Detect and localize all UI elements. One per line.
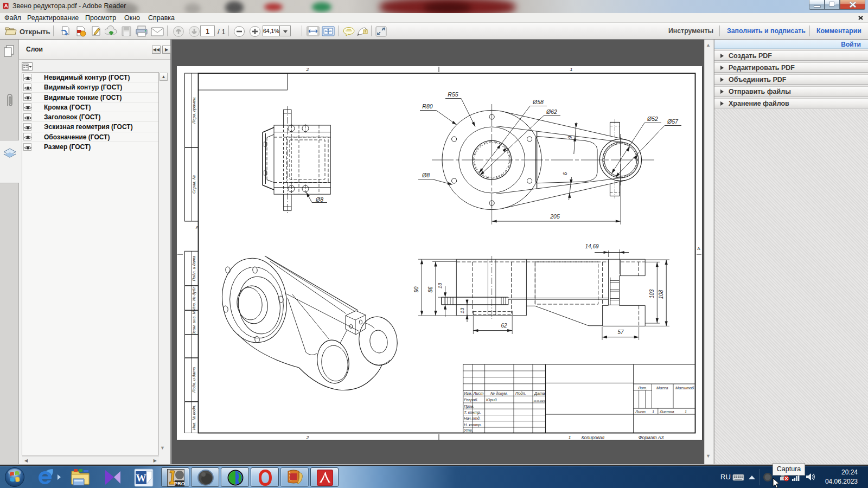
svg-text:Н. контр.: Н. контр. <box>464 422 482 427</box>
svg-text:14,69: 14,69 <box>585 243 598 249</box>
svg-text:Копировал: Копировал <box>582 435 604 440</box>
svg-text:Ø8: Ø8 <box>315 196 323 203</box>
svg-text:1: 1 <box>685 409 687 414</box>
svg-text:Ø58: Ø58 <box>532 99 544 105</box>
svg-text:Разраб.: Разраб. <box>464 397 478 402</box>
svg-text:1: 1 <box>568 435 571 440</box>
svg-text:Масса: Масса <box>656 386 668 390</box>
svg-text:Нач.отд.: Нач.отд. <box>464 416 481 421</box>
svg-text:1: 1 <box>570 67 572 72</box>
svg-text:R55: R55 <box>448 91 458 98</box>
svg-text:№ докум.: № докум. <box>490 391 508 396</box>
svg-text:Подп.: Подп. <box>515 391 526 396</box>
svg-text:R80: R80 <box>422 103 432 110</box>
svg-text:Масштаб: Масштаб <box>675 386 694 390</box>
svg-text:Инв. № дубл.: Инв. № дубл. <box>192 285 196 310</box>
svg-text:6: 6 <box>562 172 569 176</box>
svg-text:Пров.: Пров. <box>464 404 474 409</box>
svg-text:2: 2 <box>305 67 309 72</box>
svg-text:Инв. № подп.: Инв. № подп. <box>192 404 196 429</box>
svg-text:Лист: Лист <box>635 409 646 414</box>
svg-text:Т. контр.: Т. контр. <box>464 410 481 415</box>
svg-text:Листов: Листов <box>659 409 674 414</box>
svg-text:86: 86 <box>427 286 433 293</box>
svg-text:Лит.: Лит. <box>637 386 647 390</box>
svg-text:62: 62 <box>501 323 507 329</box>
svg-text:W: W <box>136 472 146 484</box>
svg-text:Ø62: Ø62 <box>546 108 557 115</box>
svg-text:57: 57 <box>617 329 624 335</box>
svg-text:Утв.: Утв. <box>463 428 473 433</box>
svg-text:13: 13 <box>459 307 465 313</box>
svg-text:90: 90 <box>413 286 419 293</box>
svg-text:1: 1 <box>652 409 654 414</box>
svg-text:Изм.: Изм. <box>464 391 473 396</box>
svg-text:Юрий: Юрий <box>486 397 497 402</box>
svg-text:PRO: PRO <box>174 481 185 486</box>
svg-text:Лист: Лист <box>473 391 484 396</box>
svg-text:Перв. примен.: Перв. примен. <box>192 97 196 124</box>
svg-text:Формат А3: Формат А3 <box>639 435 664 440</box>
svg-text:205: 205 <box>550 213 560 220</box>
svg-text:Взам. инв. №: Взам. инв. № <box>192 310 196 335</box>
svg-text:2: 2 <box>305 435 309 440</box>
svg-text:12.05.2023: 12.05.2023 <box>534 400 546 402</box>
svg-text:Подп. и дата: Подп. и дата <box>192 256 196 281</box>
svg-text:A: A <box>196 225 199 230</box>
svg-text:Справ. №: Справ. № <box>192 175 196 194</box>
svg-text:Ø52: Ø52 <box>647 115 658 122</box>
svg-text:Ø57: Ø57 <box>667 118 679 125</box>
svg-text:13: 13 <box>437 282 443 288</box>
svg-text:108: 108 <box>658 290 664 299</box>
svg-text:A: A <box>697 246 700 251</box>
svg-text:Подп. и дата: Подп. и дата <box>192 367 196 393</box>
svg-text:Ø8: Ø8 <box>422 172 430 178</box>
svg-text:103: 103 <box>649 289 655 298</box>
svg-text:9: 9 <box>567 136 573 139</box>
svg-text:Дата: Дата <box>534 391 545 396</box>
